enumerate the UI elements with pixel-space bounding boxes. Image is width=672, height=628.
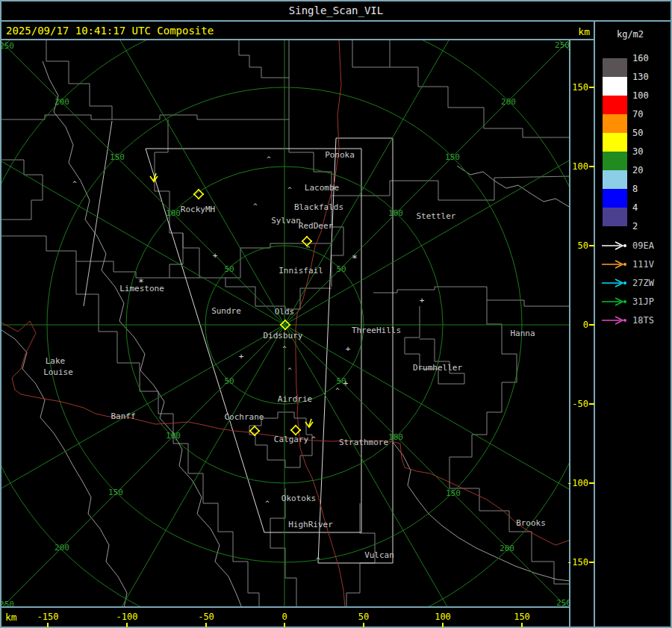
county-boundary-line (390, 67, 569, 137)
right-axis-tick-mark (589, 562, 594, 563)
right-axis-tick-label: 50 (559, 240, 588, 251)
city-label-highriver: HighRiver (288, 520, 333, 529)
storm-cell-corner-dot (198, 198, 199, 199)
range-ring-label: 150 (446, 488, 461, 498)
star-marker: * (138, 276, 144, 287)
obstacle-caret-marker: ^ (287, 367, 292, 374)
city-label-lacombe: Lacombe (305, 183, 339, 193)
range-ring-label: 200 (55, 543, 69, 553)
right-axis-tick-label: -150 (559, 557, 588, 568)
azimuth-spoke-300 (1, 116, 284, 325)
obstacle-caret-marker: ^ (72, 180, 77, 187)
site-id-label: 18TS (632, 315, 654, 326)
river-border-line (393, 442, 569, 581)
scale-color-swatch (603, 170, 627, 189)
site-arrow-icon (601, 296, 628, 307)
storm-cell-corner-dot (284, 329, 286, 330)
storm-cell-corner-dot (295, 434, 296, 435)
storm-cell-corner-dot (302, 240, 303, 242)
storm-cell-corner-dot (289, 324, 290, 326)
obstacle-caret-marker: ^ (335, 387, 340, 394)
azimuth-spoke-210 (75, 325, 284, 606)
bottom-axis-tick-label: -100 (116, 612, 138, 622)
bottom-axis-tick-mark (126, 623, 128, 627)
scale-color-swatch (603, 96, 627, 114)
county-boundary-line (1, 115, 289, 119)
star-marker: * (352, 252, 358, 264)
storm-cell-corner-dot (306, 236, 308, 237)
radar-map-canvas[interactable]: 5050505010010010010015015015015020020020… (1, 40, 569, 606)
window-title: Single_Scan_VIL (0, 0, 672, 20)
range-ring-label: 50 (224, 264, 234, 274)
right-axis-tick-mark (589, 166, 594, 167)
range-ring-label: 100 (166, 208, 181, 218)
site-legend-row: 111V (601, 258, 654, 270)
legend-units-label: kg/m2 (595, 29, 665, 40)
bottom-axis-tick-mark (442, 623, 444, 627)
highway-line (299, 439, 569, 545)
right-axis-tick-mark (589, 245, 594, 246)
scale-value-label: 160 (632, 53, 662, 63)
right-axis-tick-mark (589, 324, 594, 326)
scale-color-swatch (603, 58, 627, 77)
obstacle-caret-marker: ^ (265, 500, 270, 507)
city-label-banff: Banff (111, 411, 135, 421)
obstacle-caret-marker: ^ (282, 345, 287, 352)
storm-cell-corner-dot (254, 435, 255, 436)
river-border-line (43, 61, 242, 606)
right-axis-tick-label: 100 (559, 161, 588, 172)
scale-value-label: 4 (632, 202, 662, 213)
city-label-airdrie: Airdrie (278, 394, 312, 404)
bottom-distance-axis: km -150-100-50050100150 (0, 608, 569, 627)
city-label-rockymh: RockyMH (181, 205, 215, 214)
scale-color-swatch (603, 189, 627, 208)
scale-color-swatch (603, 114, 627, 133)
county-boundary-line (1, 160, 43, 220)
bottom-axis-tick-mark (284, 623, 285, 627)
city-label-hanna: Hanna (510, 329, 535, 338)
site-id-label: 31JP (632, 296, 654, 307)
range-ring-label: 250 (556, 598, 569, 606)
scale-value-label: 50 (632, 128, 662, 138)
city-label-drumheller: Drumheller (413, 363, 463, 373)
county-boundary-line (332, 176, 569, 200)
city-label-brooks: Brooks (516, 518, 546, 528)
scale-value-label: 20 (632, 165, 662, 175)
scale-color-swatch (603, 208, 627, 226)
site-arrow-icon (601, 278, 628, 288)
plus-marker: + (346, 344, 351, 354)
scale-value-label: 130 (632, 72, 662, 82)
bottom-axis-tick-label: -150 (37, 612, 59, 622)
bottom-axis-tick-mark (47, 623, 49, 627)
city-label-ponoka: Ponoka (325, 150, 355, 160)
county-boundary-line (270, 488, 296, 606)
site-id-label: 111V (632, 259, 654, 270)
range-ring-label: 200 (500, 544, 514, 553)
plus-marker: + (213, 251, 218, 261)
range-ring-label: 250 (1, 41, 14, 51)
storm-cell-corner-dot (249, 430, 251, 432)
bottom-axis-tick-mark (363, 623, 364, 627)
city-label-innisfail: Innisfail (279, 266, 323, 276)
site-arrow-icon (601, 259, 628, 270)
scale-value-label: 100 (632, 90, 662, 101)
plus-marker: + (420, 296, 425, 305)
obstacle-caret-marker: ^ (253, 202, 258, 210)
storm-cell-diamond-icon[interactable] (250, 426, 259, 435)
radar-map-svg[interactable]: 5050505010010010010015015015015020020020… (1, 40, 569, 606)
azimuth-spoke-330 (75, 40, 284, 325)
storm-cell-corner-dot (295, 425, 296, 426)
right-axis-tick-mark (589, 87, 594, 88)
city-label-blackfalds: Blackfalds (294, 202, 343, 212)
obstacle-caret-marker: ^ (316, 556, 320, 564)
county-boundary-line (449, 300, 569, 584)
obstacle-caret-marker: ^ (267, 155, 271, 163)
bottom-axis-tick-label: 100 (435, 612, 451, 622)
city-label-louise: Louise (43, 367, 73, 377)
range-ring-label: 100 (388, 432, 403, 442)
horizontal-axis-unit: km (5, 612, 17, 623)
city-label-sylvan: Sylvan (271, 216, 301, 226)
right-axis-tick-mark (589, 482, 594, 484)
city-label-calgary: Calgary (274, 435, 309, 444)
scale-value-label: 30 (632, 146, 662, 157)
